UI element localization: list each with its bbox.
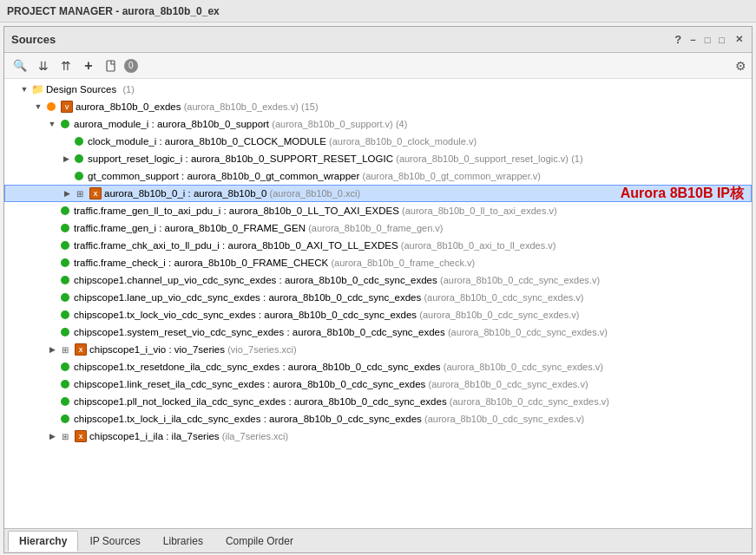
traffic-frame-gen-expand bbox=[46, 222, 58, 234]
title-bar: PROJECT MANAGER - aurora_8b10b_0_ex bbox=[0, 0, 756, 23]
collapse-all-button[interactable]: ⇊ bbox=[34, 56, 53, 75]
close-icon[interactable]: ✕ bbox=[733, 32, 745, 47]
chipscope-vio-expand[interactable]: ▶ bbox=[46, 343, 58, 356]
chipscope-vio-xci-icon: X bbox=[74, 343, 88, 356]
clock-module-icon bbox=[72, 134, 86, 148]
clock-module-label: clock_module_i : aurora_8b10b_0_CLOCK_MO… bbox=[88, 136, 326, 147]
tree-item-aurora-exdes[interactable]: ▼ V aurora_8b10b_0_exdes (aurora_8b10b_0… bbox=[4, 98, 752, 115]
tree-item-traffic-frame-gen[interactable]: traffic.frame_gen_i : aurora_8b10b_0_FRA… bbox=[4, 219, 752, 237]
aurora-module-expand[interactable]: ▼ bbox=[46, 118, 58, 130]
maximize-icon[interactable]: □ bbox=[717, 33, 726, 47]
chipscope-tx-resetdone-label: chipscope1.tx_resetdone_ila_cdc_sync_exd… bbox=[74, 362, 441, 372]
traffic-chk-label: traffic.frame_chk_axi_to_ll_pdu_i : auro… bbox=[74, 240, 398, 251]
support-reset-icon bbox=[72, 152, 86, 166]
traffic-ll-axi-icon bbox=[58, 204, 72, 218]
chipscope-tx-lock-vio-label: chipscope1.tx_lock_vio_cdc_sync_exdes : … bbox=[74, 310, 417, 320]
tree-area[interactable]: ▼ 📁 Design Sources (1) ▼ V aurora_8b10b_… bbox=[4, 79, 752, 528]
tree-item-chipscope-vio[interactable]: ▶ ⊞ X chipscope1_i_vio : vio_7series (vi… bbox=[4, 341, 752, 358]
traffic-frame-check-icon bbox=[58, 256, 72, 270]
tab-ip-sources[interactable]: IP Sources bbox=[78, 531, 151, 552]
chipscope-system-reset-icon bbox=[58, 325, 72, 339]
traffic-ll-axi-expand bbox=[46, 205, 58, 217]
aurora-exdes-dot-icon bbox=[44, 100, 58, 114]
aurora-ip-hier-icon: ⊞ bbox=[73, 186, 87, 200]
tree-item-clock-module[interactable]: clock_module_i : aurora_8b10b_0_CLOCK_MO… bbox=[4, 133, 752, 150]
aurora-exdes-label: aurora_8b10b_0_exdes bbox=[76, 101, 181, 112]
minimize-icon[interactable]: − bbox=[688, 33, 697, 47]
tree-item-chipscope-pll[interactable]: chipscope1.pll_not_locked_ila_cdc_sync_e… bbox=[4, 393, 752, 410]
main-panel: Sources ? − □ □ ✕ 🔍 ⇊ ⇈ + 0 ⚙ ▼ � bbox=[3, 26, 753, 553]
design-sources-count: (1) bbox=[122, 84, 134, 95]
chipscope-tx-resetdone-expand bbox=[46, 361, 58, 373]
tab-libraries[interactable]: Libraries bbox=[152, 531, 214, 552]
tree-item-traffic-ll-axi[interactable]: traffic.frame_gen_ll_to_axi_pdu_i : auro… bbox=[4, 202, 752, 219]
chipscope-ila-xci-icon: X bbox=[74, 429, 88, 443]
chipscope-lane-up-expand bbox=[46, 291, 58, 304]
tree-item-chipscope-tx-resetdone[interactable]: chipscope1.tx_resetdone_ila_cdc_sync_exd… bbox=[4, 358, 752, 375]
chipscope-tx-lock-i-label: chipscope1.tx_lock_i_ila_cdc_sync_exdes … bbox=[74, 414, 422, 424]
search-button[interactable]: 🔍 bbox=[10, 56, 30, 75]
chipscope-tx-lock-i-expand bbox=[46, 413, 58, 425]
design-sources-header[interactable]: ▼ 📁 Design Sources (1) bbox=[4, 81, 752, 98]
chipscope-ila-hier-icon: ⊞ bbox=[58, 429, 72, 443]
tree-item-chipscope-tx-lock-vio[interactable]: chipscope1.tx_lock_vio_cdc_sync_exdes : … bbox=[4, 306, 752, 323]
design-sources-label: Design Sources bbox=[46, 84, 116, 95]
clock-module-expand bbox=[60, 135, 72, 147]
tree-item-chipscope-lane-up[interactable]: chipscope1.lane_up_vio_cdc_sync_exdes : … bbox=[4, 289, 752, 306]
design-sources-expand[interactable]: ▼ bbox=[18, 83, 30, 95]
title-text: PROJECT MANAGER - aurora_8b10b_0_ex bbox=[7, 5, 220, 17]
file-button[interactable] bbox=[102, 56, 121, 75]
traffic-frame-check-expand bbox=[46, 257, 58, 269]
support-reset-expand[interactable]: ▶ bbox=[60, 153, 72, 165]
chipscope-tx-lock-vio-expand bbox=[46, 309, 58, 321]
folder-icon: 📁 bbox=[30, 82, 44, 96]
tree-item-traffic-frame-check[interactable]: traffic.frame_check_i : aurora_8b10b_0_F… bbox=[4, 254, 752, 271]
tree-item-chipscope-tx-lock-i[interactable]: chipscope1.tx_lock_i_ila_cdc_sync_exdes … bbox=[4, 410, 752, 428]
support-reset-label: support_reset_logic_i : aurora_8b10b_0_S… bbox=[88, 153, 393, 164]
help-icon[interactable]: ? bbox=[674, 33, 681, 46]
chipscope-channel-up-icon bbox=[58, 273, 72, 287]
tree-item-aurora-module[interactable]: ▼ aurora_module_i : aurora_8b10b_0_suppo… bbox=[4, 115, 752, 133]
chipscope-link-reset-label: chipscope1.link_reset_ila_cdc_sync_exdes… bbox=[74, 379, 425, 389]
tree-item-chipscope-system-reset[interactable]: chipscope1.system_reset_vio_cdc_sync_exd… bbox=[4, 323, 752, 341]
tree-item-chipscope-channel-up[interactable]: chipscope1.channel_up_vio_cdc_sync_exdes… bbox=[4, 271, 752, 289]
chipscope-system-reset-expand bbox=[46, 326, 58, 338]
chipscope-tx-lock-vio-icon bbox=[58, 308, 72, 322]
traffic-chk-expand bbox=[46, 239, 58, 251]
chipscope-pll-label: chipscope1.pll_not_locked_ila_cdc_sync_e… bbox=[74, 396, 447, 407]
add-button[interactable]: + bbox=[79, 56, 98, 75]
traffic-ll-axi-label: traffic.frame_gen_ll_to_axi_pdu_i : auro… bbox=[74, 206, 399, 216]
chipscope-lane-up-label: chipscope1.lane_up_vio_cdc_sync_exdes : … bbox=[74, 292, 421, 303]
restore-icon[interactable]: □ bbox=[703, 33, 713, 47]
gt-common-label: gt_common_support : aurora_8b10b_0_gt_co… bbox=[88, 171, 359, 181]
chipscope-tx-lock-i-icon bbox=[58, 412, 72, 426]
chipscope-channel-up-label: chipscope1.channel_up_vio_cdc_sync_exdes… bbox=[74, 275, 437, 285]
panel-title: Sources bbox=[11, 33, 56, 46]
aurora-exdes-expand[interactable]: ▼ bbox=[32, 101, 44, 113]
expand-all-button[interactable]: ⇈ bbox=[56, 56, 76, 75]
tree-item-aurora-ip[interactable]: ▶ ⊞ X aurora_8b10b_0_i : aurora_8b10b_0 … bbox=[4, 185, 752, 202]
tree-item-chipscope-ila[interactable]: ▶ ⊞ X chipscope1_i_ila : ila_7series (il… bbox=[4, 428, 752, 445]
tree-item-traffic-chk[interactable]: traffic.frame_chk_axi_to_ll_pdu_i : auro… bbox=[4, 237, 752, 254]
aurora-module-label: aurora_module_i : aurora_8b10b_0_support bbox=[74, 119, 269, 129]
tab-compile-order[interactable]: Compile Order bbox=[214, 531, 305, 552]
header-right: ? − □ □ ✕ bbox=[674, 32, 745, 47]
chipscope-ila-expand[interactable]: ▶ bbox=[46, 430, 58, 442]
aurora-exdes-xci-icon: V bbox=[60, 100, 74, 114]
tree-item-gt-common[interactable]: gt_common_support : aurora_8b10b_0_gt_co… bbox=[4, 167, 752, 185]
gt-common-icon bbox=[72, 169, 86, 183]
aurora-module-icon bbox=[58, 117, 72, 131]
traffic-chk-icon bbox=[58, 238, 72, 252]
chipscope-ila-label: chipscope1_i_ila : ila_7series bbox=[89, 431, 220, 441]
chipscope-lane-up-icon bbox=[58, 291, 72, 304]
tab-hierarchy[interactable]: Hierarchy bbox=[8, 531, 78, 552]
toolbar: 🔍 ⇊ ⇈ + 0 ⚙ bbox=[4, 53, 752, 79]
file-icon bbox=[105, 60, 117, 72]
aurora-ip-xci-icon: X bbox=[89, 186, 102, 200]
settings-icon[interactable]: ⚙ bbox=[735, 59, 746, 73]
tree-item-chipscope-link-reset[interactable]: chipscope1.link_reset_ila_cdc_sync_exdes… bbox=[4, 375, 752, 393]
aurora-ip-expand[interactable]: ▶ bbox=[61, 187, 73, 199]
traffic-frame-gen-label: traffic.frame_gen_i : aurora_8b10b_0_FRA… bbox=[74, 223, 306, 233]
tree-item-support-reset[interactable]: ▶ support_reset_logic_i : aurora_8b10b_0… bbox=[4, 150, 752, 167]
chipscope-link-reset-expand bbox=[46, 378, 58, 390]
